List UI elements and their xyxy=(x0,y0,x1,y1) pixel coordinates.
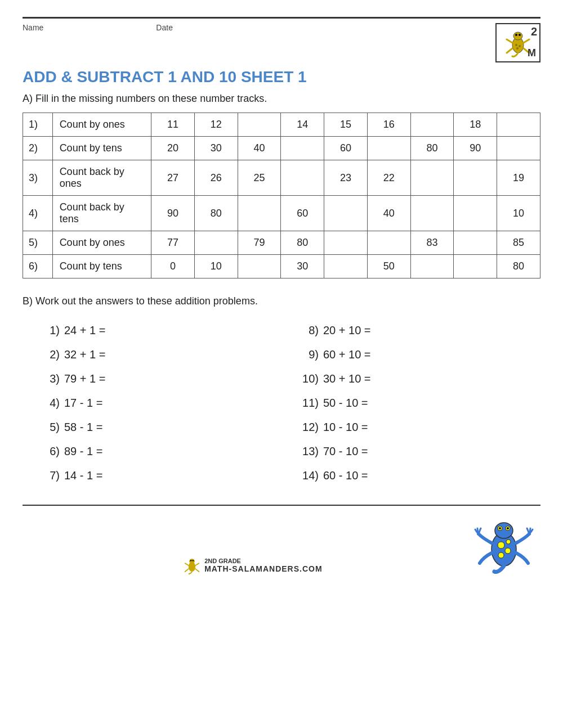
svg-point-13 xyxy=(190,560,191,561)
problem-number: 1) xyxy=(39,324,60,337)
svg-line-4 xyxy=(507,39,512,43)
number-cell: 80 xyxy=(281,231,324,255)
svg-point-20 xyxy=(495,523,513,538)
date-label: Date xyxy=(156,23,173,32)
problem-item: 11)50 - 10 = xyxy=(282,391,540,415)
table-row: 5)Count by ones7779808385 xyxy=(23,231,540,255)
problem-expression: 32 + 1 = xyxy=(64,348,105,361)
number-cell xyxy=(238,113,281,137)
problem-expression: 30 + 10 = xyxy=(323,372,371,385)
number-cell: 90 xyxy=(151,196,195,231)
number-cell: 26 xyxy=(194,160,238,196)
problem-expression: 24 + 1 = xyxy=(64,324,105,337)
number-cell xyxy=(497,113,540,137)
problem-item: 7)14 - 1 = xyxy=(23,464,282,488)
svg-point-25 xyxy=(498,542,504,549)
number-cell xyxy=(410,196,454,231)
problem-item: 1)24 + 1 = xyxy=(23,318,282,343)
number-cell: 80 xyxy=(497,255,540,278)
number-cell: 14 xyxy=(281,113,324,137)
number-cell xyxy=(238,255,281,278)
number-cell: 12 xyxy=(194,113,238,137)
problem-item: 9)60 + 10 = xyxy=(282,343,540,367)
problem-number: 11) xyxy=(298,397,319,410)
number-cell xyxy=(367,231,410,255)
number-cell: 40 xyxy=(367,196,410,231)
problem-item: 5)58 - 1 = xyxy=(23,415,282,439)
number-cell: 80 xyxy=(410,137,454,160)
number-cell xyxy=(454,196,497,231)
problem-expression: 50 - 10 = xyxy=(323,397,368,410)
svg-point-10 xyxy=(516,47,519,50)
number-cell: 0 xyxy=(151,255,195,278)
number-cell: 20 xyxy=(151,137,195,160)
svg-point-9 xyxy=(519,45,521,47)
problem-expression: 17 - 1 = xyxy=(64,397,102,410)
number-tracks-table: 1)Count by ones1112141516182)Count by te… xyxy=(23,113,540,278)
number-cell: 90 xyxy=(454,137,497,160)
problem-expression: 60 + 10 = xyxy=(323,348,371,361)
row-label: Count by ones xyxy=(52,231,151,255)
footer-logo: 2ND GRADE MATH-SALAMANDERS.COM xyxy=(183,556,323,574)
number-cell: 85 xyxy=(497,231,540,255)
problem-number: 3) xyxy=(39,372,60,385)
svg-point-22 xyxy=(499,527,501,529)
footer-url: MATH-SALAMANDERS.COM xyxy=(204,564,323,573)
problem-number: 2) xyxy=(39,348,60,361)
table-row: 2)Count by tens203040608090 xyxy=(23,137,540,160)
problem-item: 10)30 + 10 = xyxy=(282,367,540,391)
name-date-row: Name Date xyxy=(23,23,173,32)
problem-number: 10) xyxy=(298,372,319,385)
number-cell xyxy=(324,196,368,231)
row-number: 5) xyxy=(23,231,53,255)
svg-line-6 xyxy=(507,48,512,53)
table-row: 6)Count by tens010305080 xyxy=(23,255,540,278)
number-cell: 27 xyxy=(151,160,195,196)
problems-left-column: 1)24 + 1 =2)32 + 1 =3)79 + 1 =4)17 - 1 =… xyxy=(23,318,282,488)
number-cell xyxy=(324,255,368,278)
number-cell: 83 xyxy=(410,231,454,255)
number-cell xyxy=(238,196,281,231)
problem-item: 3)79 + 1 = xyxy=(23,367,282,391)
number-cell: 60 xyxy=(281,196,324,231)
problem-item: 8)20 + 10 = xyxy=(282,318,540,343)
number-cell: 30 xyxy=(281,255,324,278)
number-cell: 25 xyxy=(238,160,281,196)
problem-item: 4)17 - 1 = xyxy=(23,391,282,415)
svg-point-27 xyxy=(498,552,504,558)
number-cell xyxy=(410,255,454,278)
footer-salamander-container xyxy=(396,513,540,574)
svg-line-5 xyxy=(524,39,529,43)
problem-number: 14) xyxy=(298,469,319,482)
problem-item: 13)70 - 10 = xyxy=(282,439,540,464)
footer-center: 2ND GRADE MATH-SALAMANDERS.COM xyxy=(109,556,396,574)
problem-number: 4) xyxy=(39,397,60,410)
logo-box: 2 M xyxy=(495,23,540,62)
number-cell xyxy=(454,160,497,196)
row-label: Count by ones xyxy=(52,113,151,137)
number-cell xyxy=(454,231,497,255)
top-bar: Name Date 2 M xyxy=(23,17,540,62)
number-cell: 80 xyxy=(194,196,238,231)
row-label: Count by tens xyxy=(52,137,151,160)
svg-point-28 xyxy=(506,540,511,544)
number-cell: 22 xyxy=(367,160,410,196)
row-number: 2) xyxy=(23,137,53,160)
number-cell: 10 xyxy=(194,255,238,278)
problem-expression: 79 + 1 = xyxy=(64,372,105,385)
number-cell: 30 xyxy=(194,137,238,160)
section-a-header: A) Fill in the missing numbers on these … xyxy=(23,93,540,105)
footer-text: 2ND GRADE MATH-SALAMANDERS.COM xyxy=(204,558,323,573)
problem-expression: 89 - 1 = xyxy=(64,445,102,458)
svg-point-8 xyxy=(515,44,517,46)
problem-number: 12) xyxy=(298,421,319,434)
problems-grid: 1)24 + 1 =2)32 + 1 =3)79 + 1 =4)17 - 1 =… xyxy=(23,318,540,488)
number-cell xyxy=(454,255,497,278)
problem-number: 8) xyxy=(298,324,319,337)
page-title: ADD & SUBTRACT 1 AND 10 SHEET 1 xyxy=(23,68,540,86)
number-cell xyxy=(367,137,410,160)
problem-number: 6) xyxy=(39,445,60,458)
svg-point-1 xyxy=(513,32,522,40)
svg-line-17 xyxy=(185,569,189,572)
number-cell xyxy=(194,231,238,255)
